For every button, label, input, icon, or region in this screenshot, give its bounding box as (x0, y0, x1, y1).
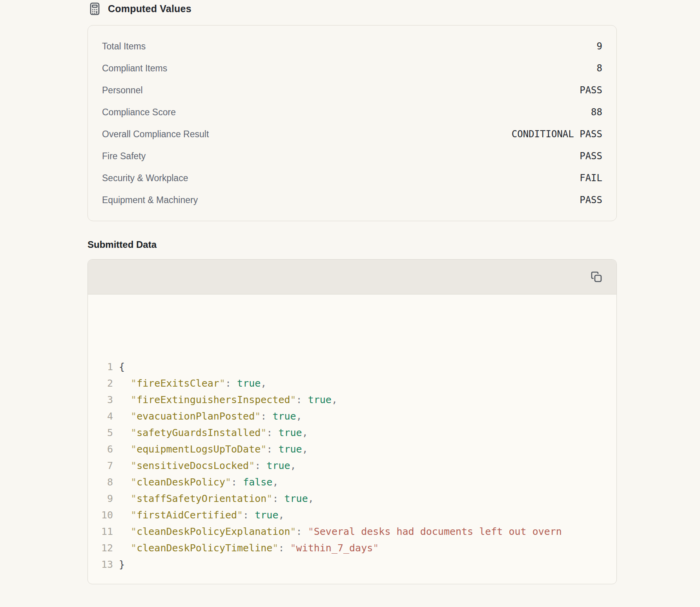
code-block-toolbar (88, 260, 616, 294)
computed-value-row: Compliant Items8 (102, 57, 602, 79)
line-number: 13 (97, 556, 113, 573)
code-line: 13} (97, 556, 616, 573)
code-line: 4 "evacuationPlanPosted": true, (97, 408, 616, 425)
line-number: 12 (97, 540, 113, 556)
computed-values-title: Computed Values (108, 3, 191, 15)
computed-value-label: Compliance Score (102, 107, 176, 118)
code-line: 3 "fireExtinguishersInspected": true, (97, 392, 616, 408)
line-number: 2 (97, 375, 113, 392)
code-line: 11 "cleanDeskPolicyExplanation": "Severa… (97, 523, 616, 540)
code-line-text: "safetyGuardsInstalled": true, (119, 425, 308, 441)
computed-value-row: Equipment & MachineryPASS (102, 189, 602, 211)
code-line-text: "cleanDeskPolicyTimeline": "within_7_day… (119, 540, 379, 556)
computed-value-label: Total Items (102, 41, 146, 52)
code-line: 10 "firstAidCertified": true, (97, 507, 616, 523)
computed-value-row: Fire SafetyPASS (102, 145, 602, 167)
line-number: 3 (97, 392, 113, 408)
code-line-text: "evacuationPlanPosted": true, (119, 408, 302, 425)
computed-value-result: 9 (597, 41, 602, 52)
line-number: 7 (97, 458, 113, 474)
code-line-text: "cleanDeskPolicyExplanation": "Several d… (119, 523, 562, 540)
computed-value-row: PersonnelPASS (102, 79, 602, 101)
line-number: 5 (97, 425, 113, 441)
code-line: 12 "cleanDeskPolicyTimeline": "within_7_… (97, 540, 616, 556)
code-line-text: "firstAidCertified": true, (119, 507, 284, 523)
computed-value-result: PASS (580, 85, 602, 96)
code-line: 9 "staffSafetyOrientation": true, (97, 491, 616, 507)
code-block[interactable]: 1{2 "fireExitsClear": true,3 "fireExting… (88, 294, 616, 584)
code-line-text: { (119, 359, 125, 375)
line-number: 1 (97, 359, 113, 375)
computed-value-result: FAIL (580, 173, 602, 184)
code-line: 5 "safetyGuardsInstalled": true, (97, 425, 616, 441)
line-number: 9 (97, 491, 113, 507)
code-line: 1{ (97, 359, 616, 375)
code-line-text: "cleanDeskPolicy": false, (119, 474, 278, 491)
computed-value-label: Fire Safety (102, 151, 146, 162)
code-line-text: "sensitiveDocsLocked": true, (119, 458, 296, 474)
computed-value-label: Equipment & Machinery (102, 195, 198, 205)
line-number: 6 (97, 441, 113, 458)
computed-value-row: Compliance Score88 (102, 101, 602, 123)
line-number: 11 (97, 523, 113, 540)
line-number: 4 (97, 408, 113, 425)
code-line-text: "equipmentLogsUpToDate": true, (119, 441, 308, 458)
computed-value-label: Personnel (102, 85, 143, 96)
computed-values-header: Computed Values (88, 0, 617, 16)
submitted-data-code-card: 1{2 "fireExitsClear": true,3 "fireExting… (88, 259, 617, 584)
code-line-text: } (119, 556, 125, 573)
computed-values-card: Total Items9Compliant Items8PersonnelPAS… (88, 25, 617, 221)
calculator-icon (88, 2, 102, 16)
computed-value-label: Compliant Items (102, 63, 167, 74)
copy-icon (590, 271, 603, 283)
computed-value-row: Security & WorkplaceFAIL (102, 167, 602, 189)
computed-value-label: Security & Workplace (102, 173, 188, 184)
line-number: 10 (97, 507, 113, 523)
code-line-text: "fireExitsClear": true, (119, 375, 266, 392)
code-line: 7 "sensitiveDocsLocked": true, (97, 458, 616, 474)
computed-value-result: 8 (597, 63, 602, 74)
page: { "page": { "background": "#f9f7f2" }, "… (0, 0, 700, 607)
code-line-text: "staffSafetyOrientation": true, (119, 491, 314, 507)
submitted-data-title: Submitted Data (88, 239, 617, 250)
computed-value-result: PASS (580, 194, 602, 205)
computed-value-result: PASS (580, 151, 602, 162)
computed-value-row: Overall Compliance ResultCONDITIONAL PAS… (102, 123, 602, 145)
computed-value-label: Overall Compliance Result (102, 129, 209, 140)
report-results-section: Computed Values Total Items9Compliant It… (88, 0, 617, 584)
computed-value-row: Total Items9 (102, 35, 602, 57)
line-number: 8 (97, 474, 113, 491)
code-line-text: "fireExtinguishersInspected": true, (119, 392, 337, 408)
computed-value-result: 88 (591, 107, 602, 118)
code-line: 6 "equipmentLogsUpToDate": true, (97, 441, 616, 458)
code-line: 2 "fireExitsClear": true, (97, 375, 616, 392)
computed-value-result: CONDITIONAL PASS (512, 129, 602, 140)
code-line: 8 "cleanDeskPolicy": false, (97, 474, 616, 491)
copy-button[interactable] (587, 268, 605, 286)
